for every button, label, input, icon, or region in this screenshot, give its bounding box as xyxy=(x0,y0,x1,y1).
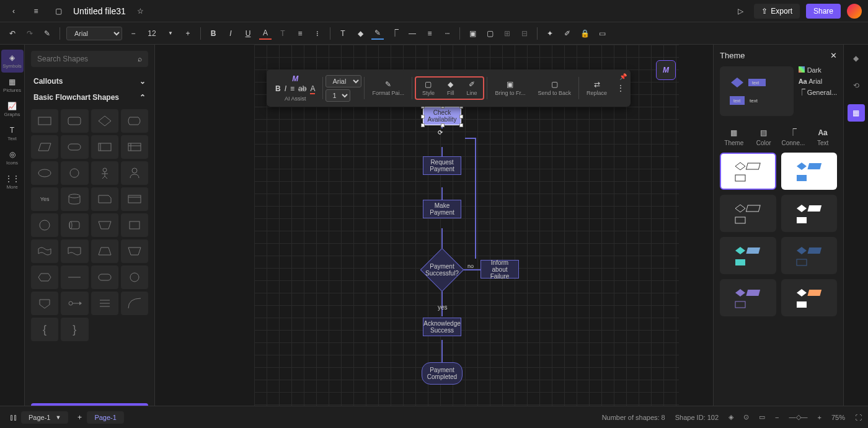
ft-bring-front[interactable]: ▣Bring to Fr... xyxy=(490,79,530,97)
shape-display[interactable] xyxy=(121,109,148,133)
shape-rounded-rect[interactable] xyxy=(61,109,88,133)
edit-icon[interactable]: ✐ xyxy=(561,27,574,40)
share-button[interactable]: Share xyxy=(806,4,841,19)
shape-cylinder-h[interactable] xyxy=(61,213,88,237)
shape-circle-small[interactable] xyxy=(61,161,88,185)
theme-preset[interactable] xyxy=(781,279,838,316)
ft-size-select[interactable]: 12 xyxy=(326,89,350,102)
align-icon[interactable]: ≡ xyxy=(294,27,306,40)
line-style-icon[interactable]: — xyxy=(406,27,418,40)
ft-ai-assist[interactable]: M B I ≡ ab A AI Assist xyxy=(270,73,320,103)
shape-predefined[interactable] xyxy=(91,135,118,159)
shape-diamond[interactable] xyxy=(91,109,118,133)
fill-color-icon[interactable]: ◆ xyxy=(354,27,366,40)
nav-text[interactable]: TText xyxy=(1,122,24,145)
text-style-icon[interactable]: T xyxy=(277,27,289,40)
ft-replace[interactable]: ⇄Replace xyxy=(582,79,612,97)
layers-icon[interactable]: ◈ xyxy=(728,413,733,421)
fullscreen-icon[interactable]: ⛶ xyxy=(855,414,862,421)
theme-preset[interactable] xyxy=(720,153,776,190)
theme-preset[interactable] xyxy=(720,195,776,232)
panel-toggle-icon[interactable]: ⫿⫿ xyxy=(6,410,21,425)
ft-format-painter[interactable]: ✎Format Pai... xyxy=(367,79,409,97)
nav-icons[interactable]: ◎Icons xyxy=(1,146,24,169)
shape-yes[interactable]: Yes xyxy=(31,187,58,211)
shape-offpage[interactable] xyxy=(121,213,148,237)
size-plus-icon[interactable]: + xyxy=(182,27,194,40)
shape-pentagon-down[interactable] xyxy=(31,292,58,315)
shape-manual-op[interactable] xyxy=(91,213,118,237)
node-make-payment[interactable]: Make Payment xyxy=(423,200,461,218)
more-icon[interactable]: ⋮ xyxy=(614,84,627,92)
ungroup-icon[interactable]: ⊟ xyxy=(518,27,531,40)
zoom-out-icon[interactable]: − xyxy=(775,414,779,421)
back-icon[interactable]: ‹ xyxy=(6,4,21,19)
nav-pictures[interactable]: ▦Pictures xyxy=(1,74,24,97)
shape-circle[interactable] xyxy=(31,213,58,237)
font-select[interactable]: Arial xyxy=(66,27,122,40)
edge[interactable] xyxy=(441,340,443,362)
bold-icon[interactable]: B xyxy=(207,27,219,40)
ft-style[interactable]: ▢Style xyxy=(417,79,440,97)
layer-front-icon[interactable]: ▣ xyxy=(466,27,479,40)
size-minus-icon[interactable]: − xyxy=(127,27,140,40)
page-tab-dropdown[interactable]: Page-1▼ xyxy=(21,411,68,424)
shape-actor[interactable] xyxy=(91,161,118,185)
node-acknowledge-success[interactable]: Acknowledge Success xyxy=(423,318,461,336)
shape-trapezoid[interactable] xyxy=(91,239,118,263)
nav-graphs[interactable]: 📈Graphs xyxy=(1,98,24,121)
page-tab-1[interactable]: Page-1 xyxy=(87,411,123,424)
nav-more[interactable]: ⋮⋮More xyxy=(1,171,24,194)
search-shapes[interactable]: ⌕ xyxy=(31,51,148,67)
ft-fill[interactable]: ◆Fill xyxy=(442,79,459,97)
shape-wave[interactable] xyxy=(31,239,58,263)
pin-icon[interactable]: 📌 xyxy=(619,73,627,80)
zoom-slider[interactable]: —◇— xyxy=(789,413,808,421)
line-weight-icon[interactable]: ≡ xyxy=(423,27,436,40)
shape-circle2[interactable] xyxy=(121,265,148,289)
ai-assist-badge[interactable]: M xyxy=(656,60,676,80)
rotate-handle-icon[interactable]: ⟳ xyxy=(438,129,443,136)
export-button[interactable]: ⇪Export xyxy=(754,4,800,19)
edge[interactable] xyxy=(475,138,476,259)
shape-person[interactable] xyxy=(121,161,148,185)
zoom-in-icon[interactable]: + xyxy=(818,414,822,421)
effects-icon[interactable]: ✦ xyxy=(544,27,556,40)
ft-line[interactable]: ✐Line xyxy=(461,79,482,97)
shape-brace-left[interactable]: { xyxy=(31,318,58,341)
ft-font-select[interactable]: Arial xyxy=(326,75,361,87)
theme-preset[interactable] xyxy=(781,195,838,232)
tab-text[interactable]: AaText xyxy=(808,128,837,146)
valign-icon[interactable]: ⫶ xyxy=(311,27,324,40)
section-callouts[interactable]: Callouts⌄ xyxy=(31,73,148,89)
section-basic-flowchart[interactable]: Basic Flowchart Shapes⌃ xyxy=(31,89,148,105)
close-icon[interactable]: ✕ xyxy=(830,51,837,60)
shape-database[interactable] xyxy=(61,187,88,211)
add-page-icon[interactable]: + xyxy=(72,410,87,425)
shape-list[interactable] xyxy=(91,292,118,315)
node-request-payment[interactable]: Request Payment xyxy=(423,156,461,175)
strike-icon[interactable]: ab xyxy=(298,84,306,94)
shape-terminator[interactable] xyxy=(61,135,88,159)
edge[interactable] xyxy=(462,269,480,270)
tab-theme[interactable]: ▦Theme xyxy=(720,128,748,146)
shape-header-rect[interactable] xyxy=(121,187,148,211)
rnav-theme[interactable]: ▦ xyxy=(848,104,865,122)
rnav-style[interactable]: ◆ xyxy=(848,50,865,67)
line-color-icon[interactable]: ✎ xyxy=(371,27,384,40)
rnav-text[interactable]: ⟲ xyxy=(848,77,865,94)
shape-ellipse[interactable] xyxy=(31,161,58,185)
shape-brace-right[interactable]: } xyxy=(61,318,88,341)
italic-icon[interactable]: I xyxy=(285,84,286,94)
theme-preset[interactable] xyxy=(720,237,776,274)
align-icon[interactable]: ≡ xyxy=(290,84,294,94)
file-title[interactable]: Untitled file31 xyxy=(73,6,126,16)
shape-stadium[interactable] xyxy=(91,265,118,289)
zoom-level[interactable]: 75% xyxy=(831,414,845,421)
menu-icon[interactable]: ≡ xyxy=(29,4,43,19)
tab-color[interactable]: ▤Color xyxy=(750,128,778,146)
file-icon[interactable]: ▢ xyxy=(51,4,66,19)
shape-trapezoid2[interactable] xyxy=(121,239,148,263)
star-icon[interactable]: ☆ xyxy=(133,4,148,19)
container-icon[interactable]: ▭ xyxy=(596,27,608,40)
